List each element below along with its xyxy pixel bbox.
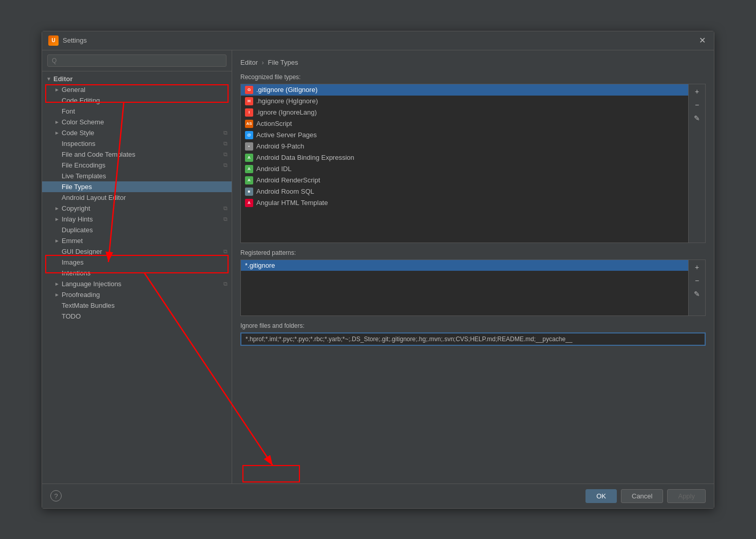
arrow-inlay-hints: ► [54, 216, 62, 222]
list-item-android-idl[interactable]: A Android IDL [241, 163, 688, 175]
close-button[interactable]: ✕ [697, 35, 708, 46]
sidebar-item-label-font: Font [62, 107, 75, 115]
label-android-9patch: Android 9-Patch [256, 142, 304, 150]
list-item-angular-html[interactable]: A Angular HTML Template [241, 197, 688, 209]
sidebar-item-intentions[interactable]: ► Intentions [42, 268, 232, 278]
arrow-general: ► [54, 87, 62, 92]
sidebar-item-label-file-code-templates: File and Code Templates [62, 151, 136, 158]
icon-angular-html: A [245, 199, 253, 207]
sidebar-item-code-editing[interactable]: ► Code Editing [42, 95, 232, 106]
registered-label: Registered patterns: [240, 249, 706, 256]
breadcrumb-editor: Editor [240, 59, 258, 66]
recognized-side-buttons: + − ✎ [689, 84, 706, 243]
sidebar-item-file-code-templates[interactable]: ► File and Code Templates ⧉ [42, 149, 232, 160]
label-ignorelang: .ignore (IgnoreLang) [256, 108, 317, 116]
copy-icon-inspections: ⧉ [223, 140, 228, 147]
list-item-pattern-gitignore[interactable]: *.gitignore [241, 260, 688, 271]
ignore-input[interactable] [240, 332, 706, 346]
sidebar-item-copyright[interactable]: ► Copyright ⧉ [42, 203, 232, 214]
sidebar-item-images[interactable]: ► Images [42, 257, 232, 268]
remove-recognized-button[interactable]: − [691, 99, 703, 111]
label-gitignore: .gitignore (GitIgnore) [256, 86, 317, 94]
copy-icon-copyright: ⧉ [223, 205, 228, 212]
sidebar-item-textmate-bundles[interactable]: ► TextMate Bundles [42, 300, 232, 311]
label-asp: Active Server Pages [256, 131, 317, 139]
list-item-actionscript[interactable]: AS ActionScript [241, 118, 688, 129]
arrow-proofreading: ► [54, 292, 62, 298]
sidebar-item-label-gui-designer: GUI Designer [62, 248, 102, 255]
apply-button[interactable]: Apply [667, 489, 706, 503]
main-content: Editor › File Types Recognized file type… [232, 50, 714, 484]
sidebar-item-file-types[interactable]: ► File Types [42, 181, 232, 192]
sidebar-item-color-scheme[interactable]: ► Color Scheme [42, 117, 232, 127]
sidebar-item-label-emmet: Emmet [62, 237, 83, 245]
sidebar-item-label-duplicates: Duplicates [62, 226, 93, 234]
sidebar-item-label-inlay-hints: Inlay Hints [62, 215, 93, 223]
list-item-gitignore[interactable]: G .gitignore (GitIgnore) [241, 84, 688, 96]
list-item-asp[interactable]: @ Active Server Pages [241, 129, 688, 141]
cancel-button[interactable]: Cancel [621, 489, 663, 503]
label-pattern-gitignore: *.gitignore [245, 262, 275, 269]
sidebar-item-duplicates[interactable]: ► Duplicates [42, 225, 232, 235]
sidebar-item-live-templates[interactable]: ► Live Templates [42, 171, 232, 181]
sidebar-item-label-intentions: Intentions [62, 269, 90, 277]
recognized-list-panel: G .gitignore (GitIgnore) H .hgignore (Hg… [240, 84, 706, 243]
icon-ignorelang: I [245, 108, 253, 117]
sidebar-item-code-style[interactable]: ► Code Style ⧉ [42, 127, 232, 138]
sidebar-item-label-textmate-bundles: TextMate Bundles [62, 302, 115, 309]
patterns-list[interactable]: *.gitignore [240, 259, 689, 316]
copy-icon-gui-designer: ⧉ [223, 248, 228, 255]
list-item-hgignore[interactable]: H .hgignore (HgIgnore) [241, 96, 688, 107]
search-input[interactable] [47, 54, 226, 67]
recognized-label: Recognized file types: [240, 73, 706, 81]
list-item-android-databinding[interactable]: A Android Data Binding Expression [241, 152, 688, 163]
sidebar-item-inspections[interactable]: ► Inspections ⧉ [42, 138, 232, 149]
add-pattern-button[interactable]: + [691, 261, 703, 273]
sidebar-item-android-layout-editor[interactable]: ► Android Layout Editor [42, 192, 232, 203]
ignore-label: Ignore files and folders: [240, 322, 706, 329]
help-button[interactable]: ? [50, 490, 62, 501]
list-item-ignorelang[interactable]: I .ignore (IgnoreLang) [241, 107, 688, 118]
sidebar-item-proofreading[interactable]: ► Proofreading [42, 289, 232, 300]
sidebar-item-label-file-encodings: File Encodings [62, 161, 105, 169]
sidebar-item-label-live-templates: Live Templates [62, 172, 106, 180]
label-actionscript: ActionScript [256, 120, 292, 127]
sidebar-item-label-proofreading: Proofreading [62, 291, 100, 299]
icon-hgignore: H [245, 97, 253, 105]
sidebar-item-label-todo: TODO [62, 312, 81, 320]
edit-pattern-button[interactable]: ✎ [691, 288, 703, 300]
sidebar-item-file-encodings[interactable]: ► File Encodings ⧉ [42, 160, 232, 171]
sidebar-item-label-general: General [62, 86, 85, 94]
sidebar-item-emmet[interactable]: ► Emmet [42, 235, 232, 246]
list-item-android-9patch[interactable]: ▪ Android 9-Patch [241, 141, 688, 152]
arrow-language-injections: ► [54, 281, 62, 287]
sidebar-item-language-injections[interactable]: ► Language Injections ⧉ [42, 278, 232, 289]
dialog-footer: ? OK Cancel Apply [42, 484, 714, 508]
sidebar-item-gui-designer[interactable]: ► GUI Designer ⧉ [42, 246, 232, 257]
sidebar-item-general[interactable]: ► General [42, 84, 232, 95]
breadcrumb-sep: › [262, 59, 266, 66]
ok-button[interactable]: OK [585, 489, 617, 503]
sidebar-item-label-code-editing: Code Editing [62, 97, 100, 104]
sidebar-item-inlay-hints[interactable]: ► Inlay Hints ⧉ [42, 214, 232, 225]
icon-android-renderscript: A [245, 176, 253, 184]
sidebar-item-label-images: Images [62, 258, 84, 266]
sidebar-item-todo[interactable]: ► TODO [42, 311, 232, 322]
label-android-idl: Android IDL [256, 165, 292, 173]
recognized-list[interactable]: G .gitignore (GitIgnore) H .hgignore (Hg… [240, 84, 689, 243]
sidebar-item-font[interactable]: ► Font [42, 106, 232, 117]
edit-recognized-button[interactable]: ✎ [691, 112, 703, 124]
search-box [42, 50, 232, 71]
copy-icon-language-injections: ⧉ [223, 281, 228, 287]
sidebar-item-editor[interactable]: ▼ Editor [42, 73, 232, 84]
list-item-android-renderscript[interactable]: A Android RenderScript [241, 175, 688, 186]
arrow-emmet: ► [54, 238, 62, 244]
icon-actionscript: AS [245, 120, 253, 128]
list-item-android-room-sql[interactable]: ■ Android Room SQL [241, 186, 688, 197]
patterns-side-buttons: + − ✎ [689, 259, 706, 316]
add-recognized-button[interactable]: + [691, 85, 703, 98]
registered-patterns-section: Registered patterns: *.gitignore + − ✎ [240, 249, 706, 316]
label-android-databinding: Android Data Binding Expression [256, 154, 354, 161]
arrow-editor: ▼ [46, 76, 53, 82]
remove-pattern-button[interactable]: − [691, 274, 703, 287]
